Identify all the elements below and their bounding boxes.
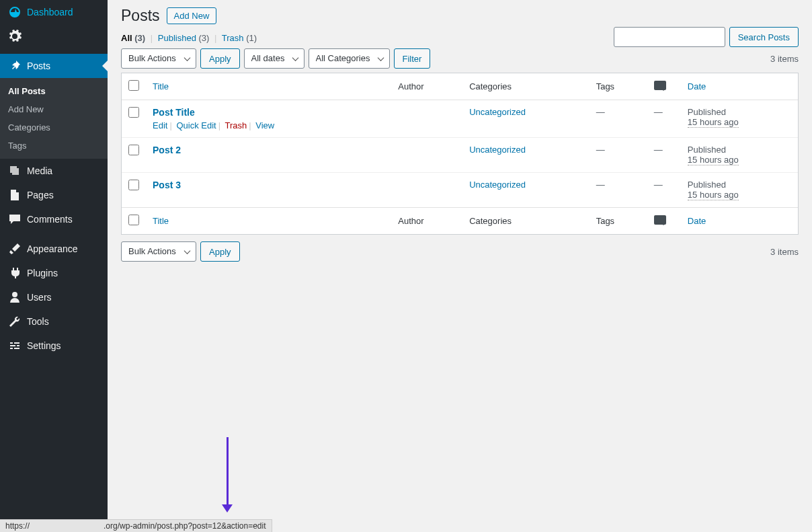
page-title: Posts [121,7,160,25]
menu-label: Appearance [27,243,78,254]
menu-pages[interactable]: Pages [0,183,108,207]
category-filter-select[interactable]: All Categories [309,48,390,69]
filter-button[interactable]: Filter [394,48,431,69]
table-row: Post Title Edit| Quick Edit| Trash| View… [122,100,798,138]
category-link[interactable]: Uncategorized [469,107,526,117]
category-link[interactable]: Uncategorized [469,145,526,155]
comments-cell: — [647,138,681,173]
submenu-all-posts[interactable]: All Posts [0,82,108,100]
comments-cell: — [647,173,681,207]
menu-updates[interactable] [0,24,108,48]
table-row: Post 3 Uncategorized — — Published 15 ho… [122,173,798,207]
date-filter-select[interactable]: All dates [244,48,304,69]
author-cell [391,173,462,207]
row-actions: Edit| Quick Edit| Trash| View [153,120,384,130]
bulk-actions-select-bottom[interactable]: Bulk Actions [121,241,196,262]
post-title-link[interactable]: Post Title [153,107,195,118]
date-cell: Published 15 hours ago [681,173,798,207]
select-all-checkbox-bottom[interactable] [128,215,139,225]
column-categories: Categories [462,73,590,100]
menu-label: Media [27,165,52,176]
view-link[interactable]: View [255,120,274,130]
row-checkbox[interactable] [128,180,139,190]
column-date[interactable]: Date [688,81,706,91]
column-date-foot[interactable]: Date [688,216,706,226]
author-cell [391,100,462,138]
dashboard-icon [8,5,22,19]
column-author: Author [391,73,462,100]
menu-label: Posts [27,61,50,71]
row-checkbox[interactable] [128,107,139,118]
tags-cell: — [590,138,647,173]
column-title[interactable]: Title [153,81,169,91]
row-checkbox[interactable] [128,145,139,155]
post-title-link[interactable]: Post 3 [153,180,181,190]
menu-label: Dashboard [27,7,73,17]
date-cell: Published 15 hours ago [681,100,798,138]
comment-icon [654,81,666,90]
menu-separator [0,48,108,54]
select-all-checkbox[interactable] [128,80,139,91]
submenu-tags[interactable]: Tags [0,137,108,155]
submenu-add-new[interactable]: Add New [0,100,108,118]
search-box: Search Posts [614,27,799,47]
category-link[interactable]: Uncategorized [469,180,526,190]
menu-media[interactable]: Media [0,159,108,183]
apply-button[interactable]: Apply [200,48,240,69]
media-icon [8,164,22,178]
author-cell [391,138,462,173]
menu-dashboard[interactable]: Dashboard [0,0,108,24]
add-new-button[interactable]: Add New [167,7,217,24]
page-icon [8,188,22,202]
column-categories-foot: Categories [462,207,590,234]
items-count: 3 items [770,54,799,64]
items-count-bottom: 3 items [770,247,799,257]
menu-separator [0,231,108,237]
apply-button-bottom[interactable]: Apply [200,241,240,262]
pushpin-icon [8,59,22,73]
admin-sidebar: Dashboard Posts All Posts Add New Catego… [0,0,108,266]
menu-plugins[interactable]: Plugins [0,261,108,266]
search-button[interactable]: Search Posts [729,27,799,47]
column-tags-foot: Tags [590,207,647,234]
menu-posts[interactable]: Posts [0,54,108,78]
brush-icon [8,242,22,256]
tags-cell: — [590,173,647,207]
comment-icon [654,215,666,225]
date-cell: Published 15 hours ago [681,138,798,173]
comment-icon [8,213,22,226]
posts-table: Title Author Categories Tags Date Post T… [121,73,799,235]
quick-edit-link[interactable]: Quick Edit [176,120,216,130]
column-tags: Tags [590,73,647,100]
main-content: Posts Add New Search Posts All (3) | Pub… [108,0,812,262]
column-title-foot[interactable]: Title [153,216,169,226]
menu-label: Pages [27,190,54,200]
view-published[interactable]: Published (3) [158,33,210,43]
submenu-posts: All Posts Add New Categories Tags [0,78,108,159]
view-all[interactable]: All (3) [121,33,145,43]
menu-comments[interactable]: Comments [0,207,108,231]
table-row: Post 2 Uncategorized — — Published 15 ho… [122,138,798,173]
menu-label: Comments [27,214,73,225]
tags-cell: — [590,100,647,138]
comments-cell: — [647,100,681,138]
trash-link[interactable]: Trash [225,120,247,130]
post-title-link[interactable]: Post 2 [153,145,181,155]
column-author-foot: Author [391,207,462,234]
gear-icon [8,30,22,43]
bulk-actions-select[interactable]: Bulk Actions [121,48,196,69]
submenu-categories[interactable]: Categories [0,118,108,137]
menu-appearance[interactable]: Appearance [0,237,108,261]
view-trash[interactable]: Trash (1) [222,33,257,43]
search-input[interactable] [614,27,725,47]
edit-link[interactable]: Edit [153,120,167,130]
